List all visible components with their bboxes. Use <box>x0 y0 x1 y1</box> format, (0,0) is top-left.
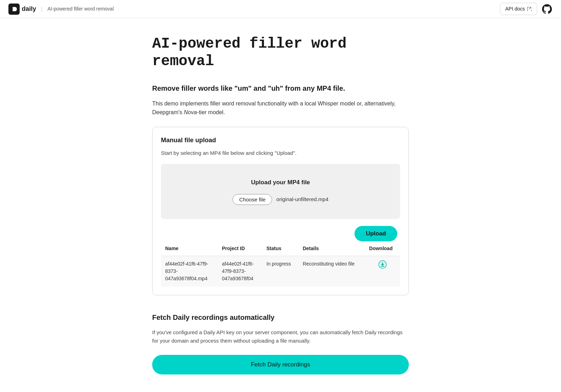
selected-file-name: original-unfiltered.mp4 <box>276 195 328 204</box>
col-download: Download <box>365 241 400 256</box>
header-subtitle: AI-powered filler word removal <box>47 5 114 13</box>
github-button[interactable] <box>541 4 553 15</box>
download-icon <box>378 260 387 269</box>
row-details: Reconstituting video file <box>298 256 365 287</box>
app-header: daily | AI-powered filler word removal A… <box>0 0 561 18</box>
col-project-id: Project ID <box>218 241 262 256</box>
col-name: Name <box>161 241 218 256</box>
fetch-section: Fetch Daily recordings automatically If … <box>152 312 409 374</box>
choose-file-button[interactable]: Choose file <box>232 194 272 205</box>
row-download[interactable] <box>365 256 400 287</box>
logo-area: daily | AI-powered filler word removal <box>8 4 500 15</box>
table-row: af44e02f-41f6-47f9-8373-047a93678f04.mp4… <box>161 256 400 287</box>
intro-text-italic: Nova <box>184 109 197 115</box>
intro-description: This demo implements filler word removal… <box>152 99 409 117</box>
file-drop-zone: Upload your MP4 file Choose file origina… <box>161 164 400 219</box>
file-input-row: Choose file original-unfiltered.mp4 <box>232 194 328 205</box>
col-details: Details <box>298 241 365 256</box>
fetch-description: If you've configured a Daily API key on … <box>152 328 409 345</box>
records-table: Name Project ID Status Details Download … <box>161 241 400 287</box>
daily-logo-icon <box>8 4 20 15</box>
intro-heading: Remove filler words like "um" and "uh" f… <box>152 83 409 94</box>
page-title: AI-powered filler word removal <box>152 35 409 70</box>
github-icon <box>542 4 552 14</box>
upload-button-row: Upload <box>161 226 400 241</box>
logo-text: daily <box>22 4 36 14</box>
fetch-recordings-button[interactable]: Fetch Daily recordings <box>152 355 409 374</box>
row-status: In progress <box>262 256 299 287</box>
external-link-icon <box>527 7 532 12</box>
api-docs-button[interactable]: API docs <box>500 3 537 15</box>
header-actions: API docs <box>500 3 553 15</box>
upload-card: Manual file upload Start by selecting an… <box>152 127 409 295</box>
table-header: Name Project ID Status Details Download <box>161 241 400 256</box>
row-project-id: af44e02f-41f6-47f9-8373-047a93678f04 <box>218 256 262 287</box>
main-content: AI-powered filler word removal Remove fi… <box>144 18 417 392</box>
intro-text-2: -tier model. <box>197 109 225 115</box>
row-name: af44e02f-41f6-47f9-8373-047a93678f04.mp4 <box>161 256 218 287</box>
table-body: af44e02f-41f6-47f9-8373-047a93678f04.mp4… <box>161 256 400 287</box>
svg-rect-1 <box>11 7 13 11</box>
upload-card-title: Manual file upload <box>161 136 400 145</box>
upload-card-description: Start by selecting an MP4 file below and… <box>161 149 400 157</box>
fetch-heading: Fetch Daily recordings automatically <box>152 312 409 323</box>
upload-button[interactable]: Upload <box>354 226 397 241</box>
drop-zone-label: Upload your MP4 file <box>251 178 310 187</box>
col-status: Status <box>262 241 299 256</box>
api-docs-label: API docs <box>505 5 525 13</box>
